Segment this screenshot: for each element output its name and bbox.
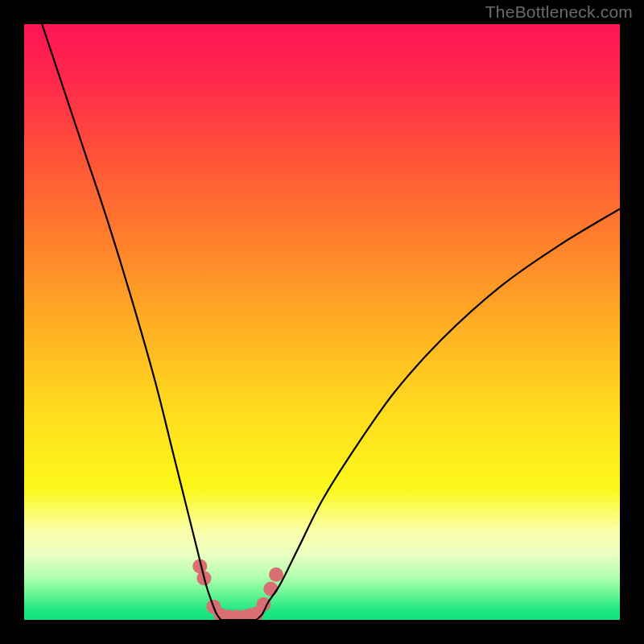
marker-dot <box>263 582 278 597</box>
bottleneck-curve <box>42 24 620 620</box>
watermark-text: TheBottleneck.com <box>485 2 633 22</box>
marker-dots <box>192 559 283 620</box>
marker-dot <box>256 597 270 612</box>
plot-area <box>24 24 620 620</box>
chart-frame: TheBottleneck.com <box>0 0 644 644</box>
marker-dot <box>269 568 283 582</box>
curve-layer <box>24 24 620 620</box>
